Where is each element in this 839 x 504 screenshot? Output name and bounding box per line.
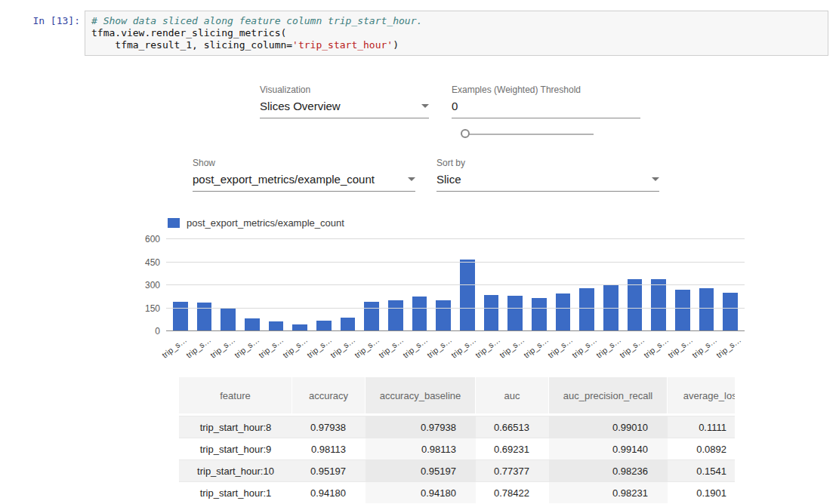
show-label: Show (193, 158, 415, 168)
notebook-page: In [13]: # Show data sliced along featur… (0, 0, 839, 504)
bar-slot (336, 239, 360, 331)
code-editor[interactable]: # Show data sliced along feature column … (85, 11, 828, 56)
chevron-down-icon[interactable] (652, 177, 659, 181)
bar[interactable] (556, 293, 571, 331)
bar-slot (551, 239, 575, 331)
metric-cell: 0.98113 (292, 438, 366, 459)
bar[interactable] (460, 260, 475, 331)
threshold-label: Examples (Weighted) Threshold (452, 85, 640, 95)
metric-cell: 0.77377 (476, 460, 549, 481)
x-axis-label: trip_s… (353, 335, 381, 360)
show-value: post_export_metrics/example_count (193, 173, 375, 186)
bar-slot (168, 239, 193, 331)
metric-cell: 0.95197 (366, 460, 476, 481)
chevron-down-icon[interactable] (408, 177, 415, 181)
code-line: ) (393, 39, 399, 51)
metric-cell: 0.95197 (292, 460, 366, 481)
bar[interactable] (388, 300, 403, 331)
code-line: tfma_result_1, slicing_column= (91, 39, 292, 51)
x-axis-label: trip_s… (281, 335, 309, 360)
code-content: # Show data sliced along feature column … (91, 15, 822, 51)
bar-slot (623, 239, 647, 331)
bar[interactable] (436, 300, 451, 331)
y-tick-label: 150 (140, 303, 160, 314)
bar[interactable] (341, 318, 356, 331)
x-axis-label: trip_s… (473, 335, 501, 360)
bar[interactable] (651, 279, 666, 331)
metric-cell: 0.69231 (476, 438, 549, 459)
bar-slot (431, 239, 455, 331)
column-header-feature[interactable]: feature (179, 377, 292, 413)
bar[interactable] (412, 297, 427, 331)
feature-cell: trip_start_hour:10 (179, 460, 292, 481)
chart-legend: post_export_metrics/example_count (168, 217, 344, 229)
bar[interactable] (316, 321, 332, 331)
table-header-row: featureaccuracyaccuracy_baselineaucauc_p… (179, 377, 735, 416)
bar[interactable] (723, 293, 738, 331)
bar-slot (695, 239, 719, 331)
bar[interactable] (221, 309, 236, 331)
column-header-auc_precision_recall[interactable]: auc_precision_recall (549, 377, 668, 413)
threshold-field[interactable]: Examples (Weighted) Threshold (452, 85, 640, 118)
metric-cell: 0.97938 (366, 416, 476, 438)
threshold-slider[interactable] (461, 129, 594, 140)
sort-value-row[interactable]: Slice (436, 173, 659, 192)
sort-by-select[interactable]: Sort by Slice (436, 158, 659, 192)
table-body: trip_start_hour:80.979380.979380.665130.… (179, 416, 735, 503)
show-value-row[interactable]: post_export_metrics/example_count (193, 173, 415, 192)
x-axis-label: trip_s… (642, 335, 670, 360)
bar[interactable] (245, 318, 260, 331)
bar-slot (599, 239, 623, 331)
show-metric-select[interactable]: Show post_export_metrics/example_count (193, 158, 415, 192)
table-row[interactable]: trip_start_hour:80.979380.979380.665130.… (179, 416, 735, 438)
visualization-value-row[interactable]: Slices Overview (260, 100, 429, 118)
column-header-auc[interactable]: auc (476, 377, 549, 413)
slider-knob[interactable] (461, 129, 470, 138)
y-tick-label: 450 (140, 257, 160, 268)
visualization-select[interactable]: Visualization Slices Overview (260, 85, 429, 118)
x-axis-label: trip_s… (618, 335, 646, 360)
chevron-down-icon[interactable] (421, 104, 429, 108)
bar[interactable] (579, 288, 594, 331)
metric-cell: 0.1111 (668, 416, 735, 438)
threshold-input[interactable] (452, 100, 640, 118)
bar[interactable] (507, 296, 523, 331)
column-header-accuracy_baseline[interactable]: accuracy_baseline (366, 377, 476, 413)
bar[interactable] (364, 302, 379, 331)
x-axis-labels: trip_s…trip_s…trip_s…trip_s…trip_s…trip_… (166, 331, 745, 365)
visualization-label: Visualization (260, 85, 429, 95)
feature-cell: trip_start_hour:8 (179, 416, 292, 438)
legend-label: post_export_metrics/example_count (187, 217, 344, 229)
bar[interactable] (484, 295, 499, 331)
x-axis-label: trip_s… (714, 335, 742, 360)
bar[interactable] (699, 288, 714, 331)
gridline (166, 262, 745, 263)
metric-cell: 0.97938 (292, 416, 366, 438)
bar[interactable] (532, 298, 547, 331)
column-header-average_loss[interactable]: average_loss (668, 377, 735, 413)
metrics-bar-chart: post_export_metrics/example_count 015030… (140, 216, 751, 367)
metric-cell: 0.98113 (366, 438, 476, 459)
gridline (166, 284, 745, 285)
bar-slot (503, 239, 527, 331)
bar-slot (384, 239, 408, 331)
slider-track[interactable] (465, 134, 594, 135)
bar-slot (718, 239, 742, 331)
x-axis-label: trip_s… (184, 335, 212, 360)
bar-slot (240, 239, 264, 331)
bar-slot (288, 239, 312, 331)
table-row[interactable]: trip_start_hour:10.941800.941800.784220.… (179, 481, 735, 503)
metric-cell: 0.98236 (549, 460, 668, 481)
bar[interactable] (675, 290, 690, 331)
bar[interactable] (173, 302, 188, 331)
column-header-accuracy[interactable]: accuracy (292, 377, 366, 413)
y-axis: 0150300450600 (140, 216, 160, 367)
feature-cell: trip_start_hour:1 (179, 482, 292, 503)
y-tick-label: 600 (140, 234, 160, 244)
x-axis-label: trip_s… (522, 335, 550, 360)
bar[interactable] (628, 279, 643, 331)
metric-cell: 0.94180 (366, 482, 476, 503)
table-row[interactable]: trip_start_hour:90.981130.981130.692310.… (179, 438, 735, 459)
x-axis-label: trip_s… (498, 335, 526, 360)
table-row[interactable]: trip_start_hour:100.951970.951970.773770… (179, 459, 735, 481)
